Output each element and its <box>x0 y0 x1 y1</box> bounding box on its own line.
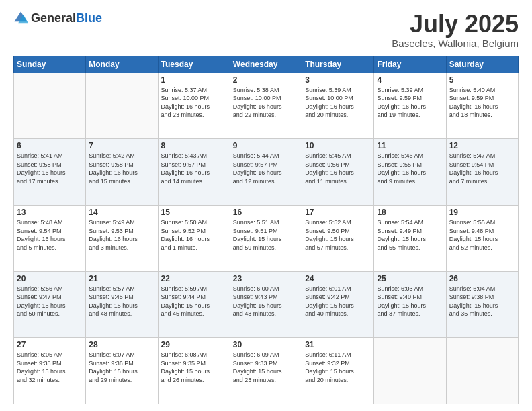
day-number: 15 <box>161 208 227 217</box>
table-row <box>14 73 86 139</box>
day-info: Sunrise: 5:39 AM Sunset: 10:00 PM Daylig… <box>305 86 371 120</box>
day-number: 28 <box>89 340 154 349</box>
day-number: 25 <box>377 274 443 283</box>
logo: GeneralBlue <box>13 11 102 26</box>
day-info: Sunrise: 6:04 AM Sunset: 9:38 PM Dayligh… <box>449 285 515 318</box>
col-wednesday: Wednesday <box>230 56 302 73</box>
table-row: 11Sunrise: 5:46 AM Sunset: 9:55 PM Dayli… <box>374 139 446 205</box>
day-number: 14 <box>89 208 154 217</box>
day-info: Sunrise: 5:48 AM Sunset: 9:54 PM Dayligh… <box>17 218 83 252</box>
day-number: 8 <box>161 141 227 150</box>
day-number: 11 <box>377 141 443 150</box>
logo-general: General <box>31 11 76 25</box>
day-number: 22 <box>161 274 227 283</box>
day-number: 20 <box>17 274 83 283</box>
day-info: Sunrise: 5:57 AM Sunset: 9:45 PM Dayligh… <box>89 285 154 318</box>
day-info: Sunrise: 5:54 AM Sunset: 9:49 PM Dayligh… <box>377 218 443 252</box>
day-info: Sunrise: 5:38 AM Sunset: 10:00 PM Daylig… <box>233 86 299 120</box>
day-number: 27 <box>17 340 83 349</box>
day-number: 3 <box>305 75 371 85</box>
table-row: 8Sunrise: 5:43 AM Sunset: 9:57 PM Daylig… <box>158 139 230 205</box>
table-row: 7Sunrise: 5:42 AM Sunset: 9:58 PM Daylig… <box>86 139 158 205</box>
day-number: 18 <box>377 208 443 217</box>
col-thursday: Thursday <box>302 56 374 73</box>
table-row: 14Sunrise: 5:49 AM Sunset: 9:53 PM Dayli… <box>86 205 158 271</box>
calendar-table: Sunday Monday Tuesday Wednesday Thursday… <box>13 56 519 404</box>
day-info: Sunrise: 6:08 AM Sunset: 9:35 PM Dayligh… <box>161 351 227 384</box>
day-info: Sunrise: 5:51 AM Sunset: 9:51 PM Dayligh… <box>233 218 299 252</box>
day-number: 29 <box>161 340 227 349</box>
day-number: 24 <box>305 274 371 283</box>
calendar-week-row: 27Sunrise: 6:05 AM Sunset: 9:38 PM Dayli… <box>14 338 519 404</box>
table-row: 6Sunrise: 5:41 AM Sunset: 9:58 PM Daylig… <box>14 139 86 205</box>
col-friday: Friday <box>374 56 446 73</box>
table-row: 12Sunrise: 5:47 AM Sunset: 9:54 PM Dayli… <box>446 139 518 205</box>
calendar-week-row: 6Sunrise: 5:41 AM Sunset: 9:58 PM Daylig… <box>14 139 519 205</box>
day-info: Sunrise: 6:09 AM Sunset: 9:33 PM Dayligh… <box>233 351 299 384</box>
day-number: 6 <box>17 141 83 150</box>
table-row: 23Sunrise: 6:00 AM Sunset: 9:43 PM Dayli… <box>230 271 302 338</box>
col-monday: Monday <box>86 56 158 73</box>
table-row: 31Sunrise: 6:11 AM Sunset: 9:32 PM Dayli… <box>302 338 374 404</box>
day-number: 31 <box>305 340 371 349</box>
col-sunday: Sunday <box>14 56 86 73</box>
table-row: 13Sunrise: 5:48 AM Sunset: 9:54 PM Dayli… <box>14 205 86 271</box>
table-row: 27Sunrise: 6:05 AM Sunset: 9:38 PM Dayli… <box>14 338 86 404</box>
day-number: 7 <box>89 141 154 150</box>
table-row: 22Sunrise: 5:59 AM Sunset: 9:44 PM Dayli… <box>158 271 230 338</box>
day-number: 9 <box>233 141 299 150</box>
day-info: Sunrise: 6:03 AM Sunset: 9:40 PM Dayligh… <box>377 285 443 318</box>
month-title: July 2025 <box>392 11 519 38</box>
day-info: Sunrise: 6:01 AM Sunset: 9:42 PM Dayligh… <box>305 285 371 318</box>
day-info: Sunrise: 5:55 AM Sunset: 9:48 PM Dayligh… <box>449 218 515 252</box>
header: GeneralBlue July 2025 Basecles, Wallonia… <box>13 11 519 49</box>
table-row: 10Sunrise: 5:45 AM Sunset: 9:56 PM Dayli… <box>302 139 374 205</box>
day-info: Sunrise: 5:46 AM Sunset: 9:55 PM Dayligh… <box>377 152 443 185</box>
day-number: 13 <box>17 208 83 217</box>
table-row: 24Sunrise: 6:01 AM Sunset: 9:42 PM Dayli… <box>302 271 374 338</box>
day-number: 12 <box>449 141 515 150</box>
generalblue-logo-icon <box>13 11 28 26</box>
day-info: Sunrise: 5:41 AM Sunset: 9:58 PM Dayligh… <box>17 152 83 185</box>
table-row: 15Sunrise: 5:50 AM Sunset: 9:52 PM Dayli… <box>158 205 230 271</box>
table-row: 18Sunrise: 5:54 AM Sunset: 9:49 PM Dayli… <box>374 205 446 271</box>
logo-blue: Blue <box>76 11 102 25</box>
logo-text: GeneralBlue <box>31 11 102 26</box>
day-number: 26 <box>449 274 515 283</box>
calendar-week-row: 13Sunrise: 5:48 AM Sunset: 9:54 PM Dayli… <box>14 205 519 271</box>
day-number: 30 <box>233 340 299 349</box>
table-row: 17Sunrise: 5:52 AM Sunset: 9:50 PM Dayli… <box>302 205 374 271</box>
day-info: Sunrise: 6:11 AM Sunset: 9:32 PM Dayligh… <box>305 351 371 384</box>
location-title: Basecles, Wallonia, Belgium <box>392 38 519 49</box>
table-row: 5Sunrise: 5:40 AM Sunset: 9:59 PM Daylig… <box>446 73 518 139</box>
day-info: Sunrise: 6:05 AM Sunset: 9:38 PM Dayligh… <box>17 351 83 384</box>
day-number: 16 <box>233 208 299 217</box>
table-row: 9Sunrise: 5:44 AM Sunset: 9:57 PM Daylig… <box>230 139 302 205</box>
day-info: Sunrise: 5:49 AM Sunset: 9:53 PM Dayligh… <box>89 218 154 252</box>
day-info: Sunrise: 5:56 AM Sunset: 9:47 PM Dayligh… <box>17 285 83 318</box>
day-info: Sunrise: 5:42 AM Sunset: 9:58 PM Dayligh… <box>89 152 154 185</box>
day-number: 2 <box>233 75 299 85</box>
day-number: 19 <box>449 208 515 217</box>
day-number: 1 <box>161 75 227 85</box>
col-saturday: Saturday <box>446 56 518 73</box>
day-info: Sunrise: 5:59 AM Sunset: 9:44 PM Dayligh… <box>161 285 227 318</box>
table-row <box>86 73 158 139</box>
day-info: Sunrise: 5:43 AM Sunset: 9:57 PM Dayligh… <box>161 152 227 185</box>
calendar-week-row: 1Sunrise: 5:37 AM Sunset: 10:00 PM Dayli… <box>14 73 519 139</box>
table-row: 16Sunrise: 5:51 AM Sunset: 9:51 PM Dayli… <box>230 205 302 271</box>
day-number: 17 <box>305 208 371 217</box>
table-row: 29Sunrise: 6:08 AM Sunset: 9:35 PM Dayli… <box>158 338 230 404</box>
calendar-week-row: 20Sunrise: 5:56 AM Sunset: 9:47 PM Dayli… <box>14 271 519 338</box>
day-info: Sunrise: 5:40 AM Sunset: 9:59 PM Dayligh… <box>449 86 515 120</box>
table-row: 28Sunrise: 6:07 AM Sunset: 9:36 PM Dayli… <box>86 338 158 404</box>
day-info: Sunrise: 5:45 AM Sunset: 9:56 PM Dayligh… <box>305 152 371 185</box>
day-number: 10 <box>305 141 371 150</box>
table-row: 4Sunrise: 5:39 AM Sunset: 9:59 PM Daylig… <box>374 73 446 139</box>
table-row: 1Sunrise: 5:37 AM Sunset: 10:00 PM Dayli… <box>158 73 230 139</box>
table-row <box>374 338 446 404</box>
table-row: 25Sunrise: 6:03 AM Sunset: 9:40 PM Dayli… <box>374 271 446 338</box>
day-info: Sunrise: 5:52 AM Sunset: 9:50 PM Dayligh… <box>305 218 371 252</box>
title-area: July 2025 Basecles, Wallonia, Belgium <box>392 11 519 49</box>
day-info: Sunrise: 5:44 AM Sunset: 9:57 PM Dayligh… <box>233 152 299 185</box>
